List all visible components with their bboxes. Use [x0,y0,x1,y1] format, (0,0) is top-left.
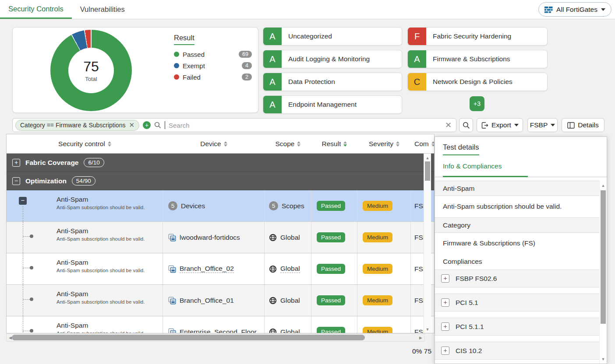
category-label: Network Design & Policies [426,78,512,86]
export-button[interactable]: Export [477,118,523,132]
tab-security-controls[interactable]: Security Controls [0,0,72,19]
collapse-row-icon[interactable]: − [19,197,27,205]
result-donut-chart[interactable]: 75 Total [50,30,132,111]
search-button[interactable] [459,118,473,132]
collapse-group-icon[interactable]: − [12,177,20,185]
chevron-down-icon [551,124,555,126]
sort-icon [297,141,300,147]
filter-search-input[interactable]: Category == Firmware & Subscriptions ✕ +… [12,118,456,132]
group-row-fabric-coverage[interactable]: + Fabric Coverage 6/10 [7,154,434,172]
expand-compliance-icon[interactable]: + [441,298,449,307]
fortigate-device-icon [168,297,176,304]
expand-compliance-icon[interactable]: + [441,274,449,283]
clear-search-icon[interactable]: ✕ [445,120,452,130]
expand-compliance-icon[interactable]: + [441,346,449,355]
column-label: Compliance [414,140,429,148]
scroll-down-icon[interactable]: ▼ [424,327,431,332]
category-card[interactable]: AEndpoint Management [263,95,402,114]
scroll-up-icon[interactable]: ▲ [600,183,607,188]
panel-field-label: Anti-Spam [435,181,599,196]
security-control-cell: Anti-SpamAnti-Spam subscription should b… [7,285,163,316]
add-filter-icon[interactable]: + [143,121,151,129]
severity-cell: Medium [357,222,411,253]
table-vertical-scrollbar[interactable]: ▲ ▼ [424,154,431,333]
details-toggle-button[interactable]: Details [562,118,604,132]
tab-vulnerabilities[interactable]: Vulnerabilities [72,0,133,19]
compliance-item[interactable]: +CIS 10.2 [435,342,599,360]
filter-chip-close-icon[interactable]: ✕ [129,121,134,129]
scroll-down-icon[interactable]: ▼ [600,357,607,361]
horizontal-scroll-thumb[interactable] [12,335,365,340]
result-badge: Passed [317,201,345,211]
compliance-item[interactable]: +FSBP FS02.6 [435,270,599,287]
scroll-up-icon[interactable]: ▲ [424,156,431,160]
compliance-item[interactable]: +PCI 5.1 [435,294,599,312]
compliance-text: FSB [414,328,424,334]
legend-item[interactable]: Exempt4 [174,60,252,71]
grade-badge: A [263,73,282,91]
vertical-scroll-thumb[interactable] [425,161,430,181]
category-card[interactable]: CNetwork Design & Policies [407,73,548,91]
scope-count-badge: 5 [269,201,278,210]
table-row[interactable]: Anti-SpamAnti-Spam subscription should b… [7,253,434,285]
column-header-security-control[interactable]: Security control [7,134,163,153]
score-summary: 0% 75 [350,347,431,355]
tab-info-compliances[interactable]: Info & Compliances [443,161,528,177]
fortigate-selector-button[interactable]: All FortiGates [538,2,611,17]
column-header-compliance[interactable]: Compliance [411,134,435,153]
category-label: Firmware & Subscriptions [426,55,510,63]
table-horizontal-scrollbar[interactable]: ◀ ▶ [6,333,425,342]
category-card[interactable]: FFabric Security Hardening [407,27,548,46]
table-row[interactable]: Anti-SpamAnti-Spam subscription should b… [7,316,434,333]
scope-count-label: Scopes [282,202,304,210]
table-row[interactable]: Anti-SpamAnti-Spam subscription should b… [7,222,434,253]
category-label: Endpoint Management [282,101,357,108]
device-count-badge: 5 [168,201,177,210]
legend-label: Failed [183,74,201,81]
panel-title: Test details [443,143,479,155]
device-name[interactable]: Branch_Office_02 [180,265,234,273]
scroll-right-icon[interactable]: ▶ [419,336,422,340]
filter-chip[interactable]: Category == Firmware & Subscriptions ✕ [15,120,139,131]
legend-dot [174,52,179,57]
more-categories-button[interactable]: +3 [470,96,484,111]
scroll-left-icon[interactable]: ◀ [9,336,12,340]
panel-scrollbar[interactable]: ▲ ▼ [599,181,607,364]
device-name[interactable]: Branch_Office_01 [180,297,234,304]
grade-badge: C [408,73,426,91]
expand-compliance-icon[interactable]: + [441,322,449,331]
device-cell: Branch_Office_01 [163,285,265,316]
group-row-optimization[interactable]: − Optimization 54/90 [7,172,434,190]
legend-item[interactable]: Passed69 [174,49,252,60]
sort-icon [224,141,227,147]
column-header-scope[interactable]: Scope [265,134,311,153]
compliance-name: CIS 10.2 [456,347,482,355]
compliance-item[interactable]: +PCI 5.1.1 [435,318,599,336]
category-card[interactable]: AUncategorized [263,27,402,46]
sort-up-icon [224,141,227,144]
donut-total-value: 75 [83,59,99,75]
device-content: Branch_Office_01 [163,297,234,304]
device-name[interactable]: lwoodward-fortidocs [180,234,240,242]
panel-field-value: Anti-Spam subscription should be valid. [435,196,599,217]
device-name[interactable]: Enterprise_Second_Floor [180,328,257,334]
column-header-severity[interactable]: Severity [357,134,411,153]
category-card[interactable]: AAudit Logging & Monitoring [263,50,402,68]
category-label: Uncategorized [282,32,332,40]
category-card[interactable]: AData Protection [263,73,402,91]
table-row[interactable]: Anti-SpamAnti-Spam subscription should b… [7,285,434,316]
category-card[interactable]: AFirmware & Subscriptions [407,50,548,68]
standard-selector-button[interactable]: FSBP [527,118,558,132]
panel-content: Anti-SpamAnti-Spam subscription should b… [435,181,599,364]
search-icon [154,122,161,129]
scope-content: Global [265,328,300,334]
panel-scroll-thumb[interactable] [601,190,606,324]
column-header-device[interactable]: Device [163,134,265,153]
legend-title: Result [174,34,194,45]
column-label: Severity [369,140,393,148]
column-header-result[interactable]: Result [311,134,357,153]
expand-group-icon[interactable]: + [12,159,20,167]
legend-item[interactable]: Failed2 [174,71,252,83]
table-row[interactable]: −Anti-SpamAnti-Spam subscription should … [7,190,434,222]
group-count-badge: 54/90 [72,176,95,186]
